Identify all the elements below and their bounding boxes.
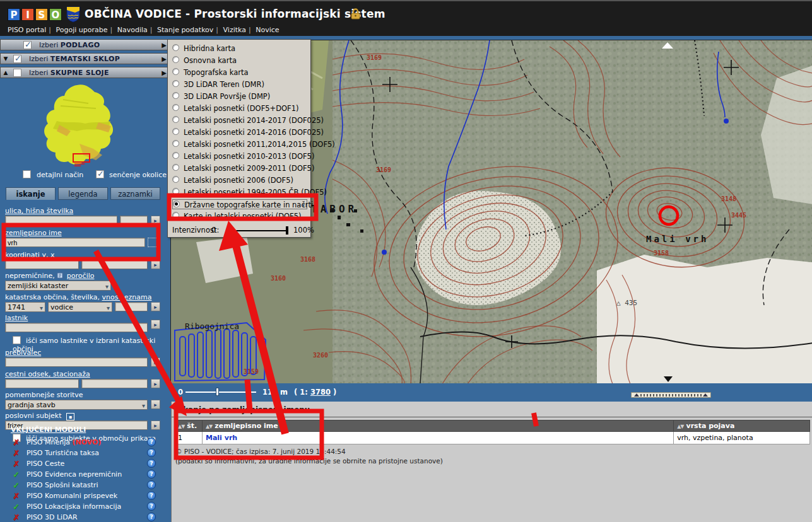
owner-link[interactable]: lastnik <box>5 314 28 322</box>
cadastre-type-select[interactable]: zemljiški kataster <box>5 281 111 291</box>
resident-search-button[interactable]: ▸ <box>151 357 160 367</box>
resident-input[interactable] <box>5 357 148 367</box>
help-icon[interactable]: ? <box>147 438 156 446</box>
coordinates-link[interactable]: koordinati y, x <box>5 251 54 259</box>
layer-option[interactable]: Osnovna karta <box>172 55 307 66</box>
skupne-checkbox[interactable] <box>13 69 21 77</box>
module-link[interactable]: PISO Evidenca nepremičnin <box>26 470 122 478</box>
layer-option[interactable]: Letalski posnetki 2011,2014,2015 (DOF5) <box>172 139 307 149</box>
chevron-right-icon[interactable]: ▶ <box>162 55 167 62</box>
layer-option[interactable]: Letalski posnetki 2014-2017 (DOF025) <box>172 115 307 125</box>
layer-option[interactable]: Letalski posnetki (DOF5+DOF1) <box>172 103 307 113</box>
radio-icon[interactable] <box>172 44 179 51</box>
placename-search-button[interactable] <box>148 238 160 247</box>
street-search-button[interactable]: ▸ <box>151 216 160 225</box>
menu-vizitka[interactable]: Vizitka <box>223 26 246 34</box>
section-tematski-sklop[interactable]: ▼ Izberi TEMATSKI SKLOP ▶ <box>0 53 170 64</box>
zoom-slider-handle[interactable] <box>216 388 219 396</box>
radio-icon[interactable] <box>172 164 179 171</box>
result-link[interactable]: Mali vrh <box>206 434 237 442</box>
tematski-checkbox[interactable] <box>13 55 21 63</box>
module-link[interactable]: PISO Turistična taksa <box>26 449 99 457</box>
menu-novice[interactable]: Novice <box>256 26 279 34</box>
menu-pogoji-uporabe[interactable]: Pogoji uporabe <box>56 26 108 34</box>
pan-up-arrow[interactable] <box>662 42 673 49</box>
radio-icon[interactable] <box>172 80 179 87</box>
detail-mode-checkbox[interactable] <box>23 170 31 178</box>
owner-input[interactable] <box>5 323 148 332</box>
house-number-input[interactable] <box>120 216 148 225</box>
menu-navodila[interactable]: Navodila <box>117 26 148 34</box>
road-section-link[interactable]: cestni odsek, stacionaža <box>5 370 90 378</box>
triangle-down-icon[interactable]: ▼ <box>1 55 11 62</box>
owner-filter-checkbox[interactable] <box>13 336 21 344</box>
chevron-right-icon[interactable]: ▶ <box>162 69 167 76</box>
cadastral-code-select[interactable]: 1741 <box>5 302 45 312</box>
help-icon[interactable]: ? <box>147 470 156 478</box>
layer-option[interactable]: Topografska karta <box>172 67 307 78</box>
radio-icon[interactable] <box>172 140 179 147</box>
coordinates-go-button[interactable]: ▸ <box>151 260 160 269</box>
column-header-type[interactable]: ▲▼vrsta pojava <box>674 420 810 432</box>
road-search-button[interactable]: ▸ <box>151 379 160 388</box>
column-header-name[interactable]: ▲▼zemljepisno ime <box>202 420 673 432</box>
overview-map[interactable] <box>38 83 132 171</box>
radio-icon[interactable] <box>172 212 179 219</box>
triangle-up-icon[interactable]: ▲ <box>1 69 11 76</box>
layer-option[interactable]: Letalski posnetki 2014-2016 (DOF025) <box>172 127 307 137</box>
help-icon[interactable]: ? <box>147 448 156 457</box>
radio-icon[interactable] <box>172 116 179 123</box>
layer-option[interactable]: 3D LiDAR Teren (DMR) <box>172 79 307 90</box>
help-icon[interactable]: ? <box>147 459 156 468</box>
list-entry-link[interactable]: vnos seznama <box>102 293 152 301</box>
pan-down-arrow[interactable] <box>664 376 673 382</box>
intensity-slider-handle[interactable] <box>286 226 288 235</box>
owner-search-button[interactable]: ▸ <box>151 320 160 329</box>
help-icon[interactable]: ? <box>147 513 156 521</box>
scale-ratio-link[interactable]: 3780 <box>310 388 331 397</box>
radio-selected-icon[interactable] <box>173 200 180 207</box>
tab-legenda[interactable]: legenda <box>58 187 108 200</box>
layer-option[interactable]: 3D LiDAR Površje (DMP) <box>172 91 307 102</box>
intensity-slider-track[interactable] <box>228 230 288 231</box>
road-section-input[interactable] <box>5 379 79 388</box>
help-icon[interactable]: ? <box>147 480 156 489</box>
coordinate-y-input[interactable] <box>5 260 79 269</box>
business-search-button[interactable]: ▸ <box>151 420 160 430</box>
podlago-checkbox[interactable] <box>23 41 32 49</box>
zoom-slider-track[interactable] <box>185 392 256 393</box>
services-select[interactable]: gradnja stavb <box>5 400 148 410</box>
stationing-input[interactable] <box>81 379 148 388</box>
resident-link[interactable]: prebivalec <box>5 349 41 357</box>
street-input[interactable] <box>5 216 117 225</box>
module-link[interactable]: PISO Lokacijska informacija <box>26 502 121 511</box>
menu-piso-portal[interactable]: PISO portal <box>8 26 46 34</box>
report-link[interactable]: poročilo <box>67 272 95 280</box>
layer-option[interactable]: Hibridna karta <box>172 44 307 54</box>
coordinate-x-input[interactable] <box>81 260 148 269</box>
radio-icon[interactable] <box>172 68 179 75</box>
section-podlago[interactable]: Izberi PODLAGO ▶ <box>0 39 170 50</box>
column-header-num[interactable]: ▲▼št. <box>175 420 203 432</box>
section-skupne-sloje[interactable]: ▲ Izberi SKUPNE SLOJE ▶ <box>0 67 170 78</box>
info-icon[interactable]: ▪ <box>66 413 74 420</box>
menu-stanje-podatkov[interactable]: Stanje podatkov <box>157 26 213 34</box>
shading-checkbox[interactable] <box>96 170 104 178</box>
radio-icon[interactable] <box>172 128 179 135</box>
module-link[interactable]: PISO Splošni katastri <box>26 481 98 489</box>
layer-option[interactable]: Letalski posnetki 2006 (DOF5) <box>172 175 307 185</box>
radio-icon[interactable] <box>172 176 179 183</box>
sort-icon[interactable]: ▲▼ <box>677 424 683 429</box>
tab-iskanje[interactable]: iskanje <box>6 187 56 200</box>
tab-zaznamki[interactable]: zaznamki <box>110 187 160 200</box>
chevron-right-icon[interactable]: ▶ <box>162 42 167 49</box>
module-link[interactable]: PISO 3D LiDAR <box>26 513 78 521</box>
module-link[interactable]: PISO Komunalni prispevek <box>26 492 117 500</box>
placename-input[interactable] <box>5 238 145 247</box>
help-icon[interactable]: ? <box>147 502 156 511</box>
sort-icon[interactable]: ▲▼ <box>178 424 184 429</box>
module-link[interactable]: PISO Ceste <box>26 460 64 468</box>
radio-icon[interactable] <box>172 152 179 159</box>
sort-icon[interactable]: ▲▼ <box>206 424 212 429</box>
module-link[interactable]: PISO Mnenja (NOVO) <box>26 438 102 446</box>
